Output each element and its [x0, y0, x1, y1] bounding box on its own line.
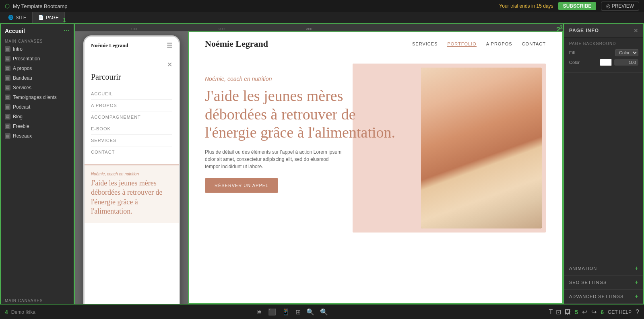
mobile-brand: Noémie Legrand [91, 42, 128, 49]
tabs-row: 🌐 SITE 📄 PAGE [0, 12, 644, 23]
sidebar-item-blog-label: Blog [13, 114, 23, 119]
nav-link-apropos[interactable]: A PROPOS [486, 41, 512, 47]
mobile-view-icon[interactable]: 📱 [282, 308, 290, 316]
nav-link-portfolio[interactable]: PORTFOLIO [447, 41, 476, 47]
seo-plus-icon: + [635, 279, 638, 286]
crop-tool-icon[interactable]: ⊡ [556, 308, 561, 316]
mobile-nav-apropos[interactable]: A PROPOS [91, 100, 172, 111]
sidebar-item-apropos-label: A propos [13, 66, 32, 71]
redo-icon[interactable]: ↪ [591, 308, 597, 316]
bottom-left: 4 Demo Ikika [5, 309, 35, 315]
tablet-view-icon[interactable]: ⬛ [268, 308, 276, 316]
hero-cta-button[interactable]: RÉSERVER UN APPEL [205, 178, 278, 193]
mobile-nav-close-button[interactable]: ✕ [91, 61, 172, 68]
sidebar-item-intro[interactable]: ▤ Intro [1, 44, 74, 54]
trial-text: Your trial ends in 15 days [499, 3, 553, 9]
color-row: Color 100 [569, 59, 638, 66]
sidebar-item-services[interactable]: ▤ Services [1, 83, 74, 93]
zoom-in-icon[interactable]: 🔍 [320, 308, 328, 316]
preview-button[interactable]: ◎ PREVIEW [601, 2, 639, 10]
sidebar-item-reseaux-label: Reseaux [13, 133, 32, 139]
top-bar: ⬡ My Template Bootcamp Your trial ends i… [0, 0, 644, 12]
mobile-nav-accompagnement[interactable]: ACCOMPAGNEMENT [91, 111, 172, 123]
bottom-right-tools: T ⊡ 🖼 [549, 308, 571, 316]
subscribe-button[interactable]: SUBSCRIBE [558, 2, 597, 10]
sidebar-options-button[interactable]: ··· [64, 27, 70, 35]
tab-page[interactable]: 📄 PAGE [33, 12, 65, 23]
undo-icon[interactable]: ↩ [582, 308, 587, 316]
mobile-nav-services[interactable]: SERVICES [91, 135, 172, 146]
color-value: 100 [614, 59, 638, 66]
bottom-bar: 4 Demo Ikika 🖥 ⬛ 📱 ⊞ 🔍 🔍 T ⊡ 🖼 5 ↩ ↪ 6 G… [0, 305, 644, 319]
right-panel-close-button[interactable]: ✕ [634, 27, 638, 34]
color-swatch[interactable] [600, 59, 612, 66]
text-tool-icon[interactable]: T [549, 309, 553, 316]
mobile-nav-ebook[interactable]: E-BOOK [91, 123, 172, 135]
seo-collapsible[interactable]: SEO SETTINGS + [564, 276, 643, 290]
sidebar-item-temoignages[interactable]: ▤ Temoignages clients [1, 93, 74, 102]
fill-dropdown[interactable]: Color [615, 49, 638, 56]
mobile-content: Noémie, coach en nutrition J'aide les je… [85, 165, 179, 223]
advanced-collapsible[interactable]: ADVANCED SETTINGS + [564, 290, 643, 304]
sidebar-item-presentation[interactable]: ▤ Presentation [1, 54, 74, 64]
hamburger-icon[interactable]: ☰ [167, 41, 172, 49]
fill-row: Fill Color [569, 49, 638, 56]
sidebar-item-podcast[interactable]: ▤ Podcast [1, 102, 74, 112]
sidebar-page-header: Accueil ··· [1, 24, 74, 37]
sidebar-item-podcast-label: Podcast [13, 104, 30, 110]
ruler-100: 100 [131, 27, 137, 31]
mobile-nav-contact[interactable]: CONTACT [91, 146, 172, 158]
tab-site[interactable]: 🌐 SITE [2, 12, 33, 23]
grid-icon[interactable]: ⊞ [295, 308, 301, 316]
sidebar-item-temoignages-label: Temoignages clients [13, 95, 57, 100]
nav-link-contact[interactable]: CONTACT [522, 41, 546, 47]
ruler-200: 200 [219, 27, 225, 31]
image-tool-icon[interactable]: 🖼 [564, 309, 571, 316]
nav-link-services[interactable]: SERVICES [412, 41, 438, 47]
zoom-out-icon[interactable]: 🔍 [306, 308, 314, 316]
mobile-preview: Noémie Legrand ☰ ✕ Parcourir ACCUEIL A P… [83, 35, 180, 304]
seo-label: SEO SETTINGS [569, 280, 607, 285]
reseaux-icon: ▤ [5, 133, 10, 139]
ruler-top: 100 200 300 [75, 24, 563, 31]
hero-body: Plus de détail ou des éléments sur l'app… [205, 148, 342, 170]
color-controls: 100 [600, 59, 638, 66]
services-icon: ▤ [5, 85, 10, 91]
color-label: Color [569, 60, 580, 65]
bottom-right: T ⊡ 🖼 5 ↩ ↪ 6 GET HELP ? [549, 308, 639, 316]
get-help-label[interactable]: GET HELP [608, 309, 632, 315]
mobile-heading: J'aide les jeunes mères débordées à retr… [91, 179, 172, 216]
sidebar-item-blog[interactable]: ▤ Blog [1, 112, 74, 121]
help-icon[interactable]: ? [636, 309, 639, 316]
sidebar-item-reseaux[interactable]: ▤ Reseaux [1, 131, 74, 141]
animation-label: ANIMATION [569, 266, 597, 271]
badge-1: 1 [63, 17, 66, 23]
mobile-nav-overlay: ✕ Parcourir ACCUEIL A PROPOS ACCOMPAGNEM… [85, 54, 179, 165]
desktop-view-icon[interactable]: 🖥 [256, 309, 262, 316]
hero-text: Noémie, coach en nutrition J'aide les je… [205, 64, 398, 249]
mobile-nav-title: Parcourir [91, 72, 172, 82]
badge-4: 4 [5, 309, 8, 315]
tab-page-label: PAGE [46, 15, 59, 21]
mobile-nav-accueil[interactable]: ACCUEIL [91, 88, 172, 100]
mobile-tagline: Noémie, coach en nutrition [91, 172, 172, 176]
badge-3: 3 [559, 24, 563, 31]
right-panel-spacer [564, 73, 643, 261]
sidebar-item-presentation-label: Presentation [13, 56, 40, 62]
sidebar-item-intro-label: Intro [13, 46, 23, 52]
advanced-label: ADVANCED SETTINGS [569, 294, 623, 299]
sidebar-item-freebie[interactable]: ▤ Freebie [1, 121, 74, 131]
demo-label: Demo Ikika [11, 309, 35, 315]
app-title: My Template Bootcamp [13, 3, 68, 9]
app-logo-icon: ⬡ [5, 3, 10, 9]
presentation-icon: ▤ [5, 56, 10, 62]
temoignages-icon: ▤ [5, 95, 10, 100]
center-canvas: 2 100 200 300 Noémie Legrand ☰ ✕ Parcour… [74, 23, 564, 305]
sidebar-item-apropos[interactable]: ▤ A propos [1, 64, 74, 73]
right-sidebar: PAGE INFO ✕ PAGE BACKGROUND Fill Color C… [564, 23, 644, 305]
desktop-nav: Noémie Legrand SERVICES PORTFOLIO A PROP… [189, 32, 562, 56]
sidebar-item-bandeau[interactable]: ▤ Bandeau [1, 73, 74, 83]
hero-heading: J'aide les jeunes mères débordées à retr… [205, 87, 398, 142]
animation-collapsible[interactable]: ANIMATION + [564, 261, 643, 276]
animation-plus-icon: + [635, 265, 638, 272]
